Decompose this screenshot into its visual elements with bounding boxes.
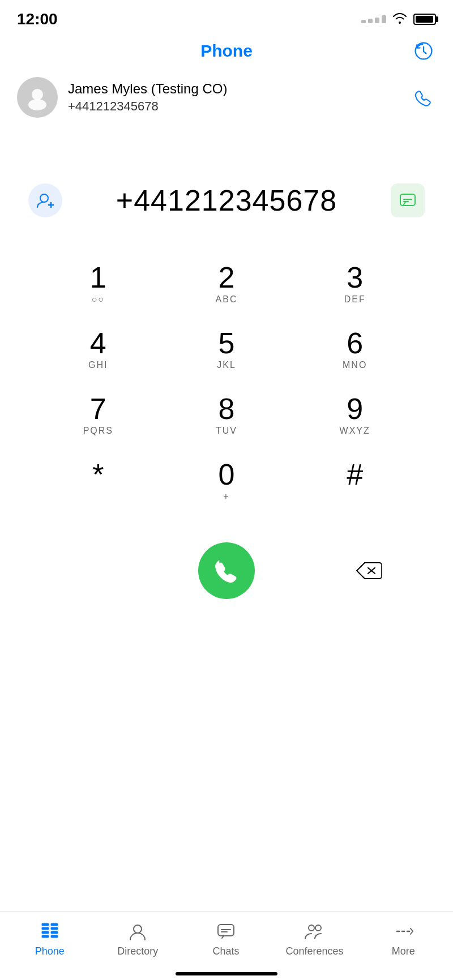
- key-8[interactable]: 8 TUV: [163, 383, 291, 448]
- key-0-letters: +: [223, 491, 229, 503]
- key-5-digit: 5: [219, 328, 235, 358]
- key-8-letters: TUV: [216, 426, 237, 437]
- svg-rect-6: [42, 927, 49, 930]
- status-time: 12:00: [17, 10, 58, 28]
- conferences-nav-label: Conferences: [286, 945, 344, 957]
- phone-nav-label: Phone: [35, 945, 65, 957]
- avatar: [17, 77, 58, 118]
- contact-details: James Myles (Testing CO) +441212345678: [68, 81, 227, 114]
- key-star-digit: *: [92, 460, 104, 489]
- key-1-digit: 1: [90, 263, 106, 292]
- nav-item-chats[interactable]: Chats: [198, 921, 254, 957]
- status-icons: [361, 11, 436, 27]
- key-7-letters: PQRS: [83, 426, 113, 437]
- signal-icon: [361, 15, 386, 23]
- key-2-digit: 2: [219, 263, 235, 292]
- contact-phone: +441212345678: [68, 99, 227, 114]
- key-6-digit: 6: [347, 328, 363, 358]
- nav-item-more[interactable]: More: [375, 921, 431, 957]
- header: Phone: [0, 34, 453, 68]
- chats-nav-label: Chats: [212, 945, 239, 957]
- add-contact-button[interactable]: [28, 183, 62, 217]
- svg-rect-7: [42, 931, 49, 934]
- svg-point-13: [134, 925, 142, 933]
- key-7[interactable]: 7 PQRS: [34, 383, 163, 448]
- key-hash-digit: #: [347, 460, 363, 489]
- action-row: [0, 531, 453, 610]
- key-hash[interactable]: #: [290, 448, 419, 514]
- svg-point-3: [40, 194, 48, 202]
- key-5[interactable]: 5 JKL: [163, 317, 291, 383]
- wifi-icon: [392, 11, 408, 27]
- key-3-digit: 3: [347, 263, 363, 292]
- directory-nav-icon: [127, 921, 148, 942]
- svg-rect-11: [42, 935, 49, 938]
- key-4-letters: GHI: [88, 360, 108, 371]
- key-5-letters: JKL: [217, 360, 236, 371]
- phone-nav-icon: [39, 921, 61, 942]
- key-6-letters: MNO: [343, 360, 367, 371]
- key-9-digit: 9: [347, 394, 363, 423]
- svg-rect-10: [51, 931, 58, 934]
- dialer-display: +441212345678: [0, 161, 453, 229]
- svg-rect-9: [51, 927, 58, 930]
- key-4[interactable]: 4 GHI: [34, 317, 163, 383]
- contact-call-button[interactable]: [411, 85, 436, 110]
- key-2[interactable]: 2 ABC: [163, 251, 291, 317]
- key-6[interactable]: 6 MNO: [290, 317, 419, 383]
- key-0[interactable]: 0 +: [163, 448, 291, 514]
- page-title: Phone: [200, 41, 253, 61]
- key-9[interactable]: 9 WXYZ: [290, 383, 419, 448]
- svg-rect-5: [42, 923, 49, 926]
- conferences-nav-icon: [304, 921, 326, 942]
- bottom-nav: Phone Directory Chats: [0, 911, 453, 963]
- more-nav-icon: [392, 921, 414, 942]
- svg-point-16: [315, 925, 321, 931]
- nav-item-phone[interactable]: Phone: [22, 921, 78, 957]
- key-9-letters: WXYZ: [340, 426, 370, 437]
- key-1-letters: ○○: [92, 294, 105, 306]
- key-3-letters: DEF: [344, 294, 366, 306]
- key-8-digit: 8: [219, 394, 235, 423]
- dialer-number: +441212345678: [17, 183, 436, 217]
- key-1[interactable]: 1 ○○: [34, 251, 163, 317]
- keypad: 1 ○○ 2 ABC 3 DEF 4 GHI 5 JKL 6 MNO 7 PQR…: [0, 234, 453, 531]
- contact-info: James Myles (Testing CO) +441212345678: [17, 77, 227, 118]
- svg-point-2: [28, 99, 46, 110]
- svg-rect-8: [51, 923, 58, 926]
- directory-nav-label: Directory: [117, 945, 158, 957]
- svg-point-15: [309, 925, 314, 931]
- home-indicator: [176, 972, 277, 975]
- key-3[interactable]: 3 DEF: [290, 251, 419, 317]
- svg-point-1: [32, 89, 43, 100]
- status-bar: 12:00: [0, 0, 453, 34]
- key-4-digit: 4: [90, 328, 106, 358]
- nav-item-conferences[interactable]: Conferences: [286, 921, 344, 957]
- battery-icon: [413, 14, 436, 25]
- svg-rect-12: [51, 935, 58, 938]
- key-7-digit: 7: [90, 394, 106, 423]
- more-nav-label: More: [392, 945, 415, 957]
- sms-button[interactable]: [391, 183, 425, 217]
- chats-nav-icon: [215, 921, 237, 942]
- nav-item-directory[interactable]: Directory: [109, 921, 166, 957]
- key-2-letters: ABC: [216, 294, 238, 306]
- contact-row: James Myles (Testing CO) +441212345678: [0, 68, 453, 127]
- history-button[interactable]: [411, 38, 436, 63]
- backspace-button[interactable]: [351, 554, 385, 588]
- call-button[interactable]: [198, 542, 255, 599]
- key-0-digit: 0: [219, 460, 235, 489]
- contact-name: James Myles (Testing CO): [68, 81, 227, 97]
- key-star[interactable]: *: [34, 448, 163, 514]
